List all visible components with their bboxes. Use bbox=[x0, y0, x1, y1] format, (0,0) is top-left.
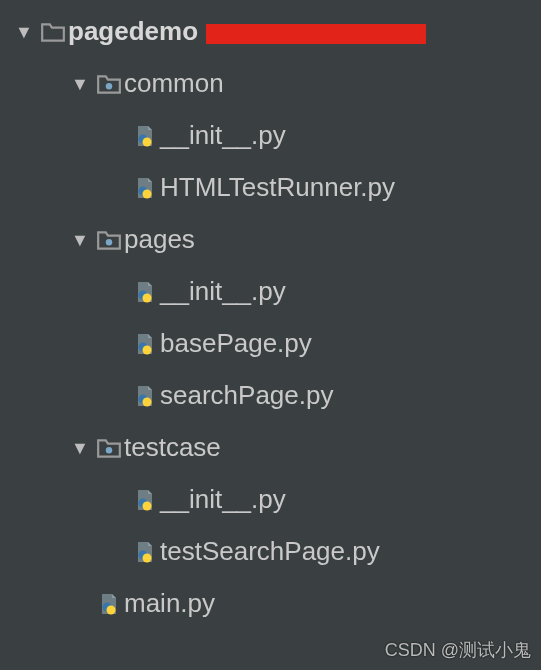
chevron-down-icon[interactable]: ▼ bbox=[66, 439, 94, 458]
tree-label: testSearchPage.py bbox=[160, 538, 380, 565]
project-tree: ▼ pagedemo ▼ common __init__.py HTMLTest… bbox=[0, 0, 541, 630]
chevron-down-icon[interactable]: ▼ bbox=[10, 23, 38, 42]
tree-label: testcase bbox=[124, 434, 221, 461]
tree-node-file[interactable]: __init__.py bbox=[10, 110, 541, 162]
tree-label: pages bbox=[124, 226, 195, 253]
tree-node-file[interactable]: HTMLTestRunner.py bbox=[10, 162, 541, 214]
chevron-down-icon[interactable]: ▼ bbox=[66, 231, 94, 250]
python-file-icon bbox=[130, 488, 160, 512]
tree-label: pagedemo bbox=[68, 18, 198, 45]
tree-label: main.py bbox=[124, 590, 215, 617]
chevron-down-icon[interactable]: ▼ bbox=[66, 75, 94, 94]
python-file-icon bbox=[130, 124, 160, 148]
package-icon bbox=[94, 71, 124, 97]
python-file-icon bbox=[130, 332, 160, 356]
tree-label: __init__.py bbox=[160, 122, 286, 149]
python-file-icon bbox=[130, 540, 160, 564]
tree-label: HTMLTestRunner.py bbox=[160, 174, 395, 201]
python-file-icon bbox=[130, 176, 160, 200]
package-icon bbox=[94, 227, 124, 253]
tree-node-file[interactable]: __init__.py bbox=[10, 474, 541, 526]
package-icon bbox=[94, 435, 124, 461]
tree-label: __init__.py bbox=[160, 486, 286, 513]
python-file-icon bbox=[130, 280, 160, 304]
tree-node-folder[interactable]: ▼ common bbox=[10, 58, 541, 110]
python-file-icon bbox=[94, 592, 124, 616]
tree-node-root[interactable]: ▼ pagedemo bbox=[10, 6, 541, 58]
tree-node-file[interactable]: searchPage.py bbox=[10, 370, 541, 422]
tree-node-folder[interactable]: ▼ testcase bbox=[10, 422, 541, 474]
tree-label: __init__.py bbox=[160, 278, 286, 305]
watermark: CSDN @测试小鬼 bbox=[385, 638, 531, 662]
tree-node-folder[interactable]: ▼ pages bbox=[10, 214, 541, 266]
folder-icon bbox=[38, 19, 68, 45]
tree-label: searchPage.py bbox=[160, 382, 333, 409]
tree-label: basePage.py bbox=[160, 330, 312, 357]
tree-node-file[interactable]: basePage.py bbox=[10, 318, 541, 370]
redacted-text bbox=[206, 24, 426, 44]
python-file-icon bbox=[130, 384, 160, 408]
tree-node-file[interactable]: main.py bbox=[10, 578, 541, 630]
tree-node-file[interactable]: __init__.py bbox=[10, 266, 541, 318]
tree-label: common bbox=[124, 70, 224, 97]
tree-node-file[interactable]: testSearchPage.py bbox=[10, 526, 541, 578]
